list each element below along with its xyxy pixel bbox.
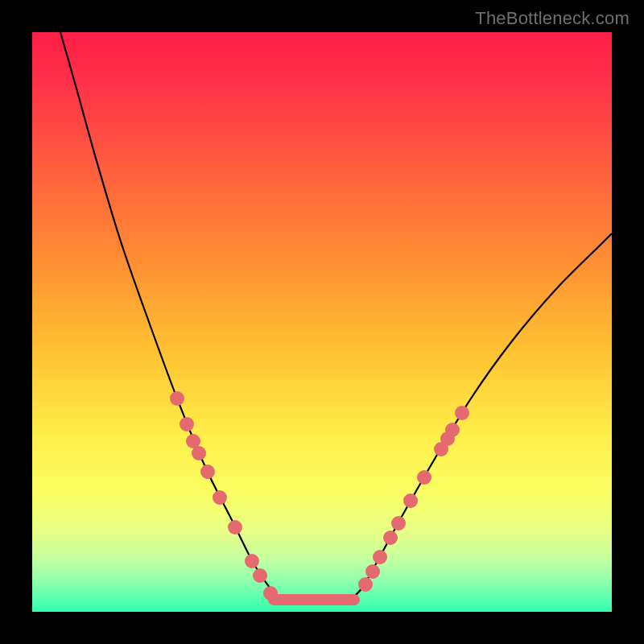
marker-dot [445,423,460,437]
marker-dot [391,516,406,530]
marker-dot [170,391,184,406]
marker-dot [373,550,387,564]
marker-dot [383,530,398,545]
marker-dot [245,554,259,568]
marker-dot [253,568,267,583]
curve-layer [32,32,612,612]
plot-area [32,32,612,612]
marker-dot [403,493,418,508]
watermark-text: TheBottleneck.com [475,8,630,29]
marker-dot [180,417,194,431]
marker-dot [417,470,431,485]
marker-dot [213,490,227,505]
left-branch-curve [60,32,282,600]
marker-dot [455,406,469,420]
marker-dot [228,520,242,535]
marker-dot [200,464,215,479]
outer-frame: TheBottleneck.com [0,0,644,644]
marker-dot [263,586,278,601]
marker-dot [192,446,206,460]
marker-dot [365,564,380,579]
dots-group [170,391,469,601]
marker-dot [358,577,373,592]
